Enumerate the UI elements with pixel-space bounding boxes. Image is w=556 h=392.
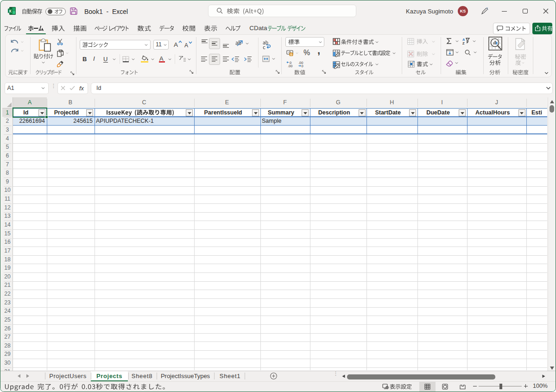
svg-text:.00: .00 <box>288 64 292 68</box>
svg-text:0: 0 <box>302 64 303 68</box>
svg-text:X: X <box>9 9 12 13</box>
svg-text:Z: Z <box>462 41 465 45</box>
